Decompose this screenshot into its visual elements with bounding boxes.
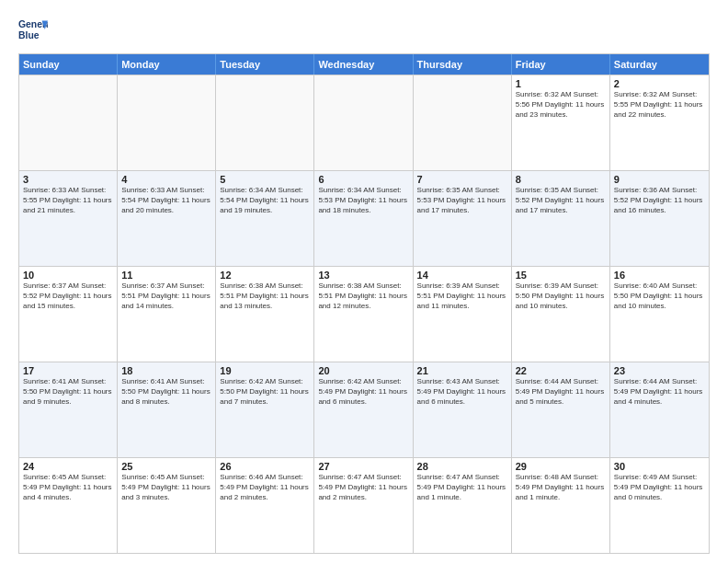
calendar-row: 3Sunrise: 6:33 AM Sunset: 5:55 PM Daylig…: [19, 170, 709, 266]
svg-text:Blue: Blue: [18, 30, 40, 40]
day-number: 10: [23, 270, 113, 281]
calendar-body: 1Sunrise: 6:32 AM Sunset: 5:56 PM Daylig…: [19, 75, 709, 553]
calendar-cell: 5Sunrise: 6:34 AM Sunset: 5:54 PM Daylig…: [216, 171, 314, 266]
calendar-cell: 24Sunrise: 6:45 AM Sunset: 5:49 PM Dayli…: [19, 458, 118, 553]
day-info: Sunrise: 6:42 AM Sunset: 5:50 PM Dayligh…: [220, 377, 310, 407]
day-info: Sunrise: 6:35 AM Sunset: 5:52 PM Dayligh…: [516, 186, 606, 215]
calendar-cell: [414, 75, 512, 170]
day-info: Sunrise: 6:41 AM Sunset: 5:50 PM Dayligh…: [121, 377, 211, 407]
calendar-cell: 15Sunrise: 6:39 AM Sunset: 5:50 PM Dayli…: [512, 267, 610, 362]
calendar-row: 1Sunrise: 6:32 AM Sunset: 5:56 PM Daylig…: [19, 75, 709, 170]
day-info: Sunrise: 6:45 AM Sunset: 5:49 PM Dayligh…: [23, 473, 113, 502]
calendar-header: SundayMondayTuesdayWednesdayThursdayFrid…: [19, 54, 709, 75]
day-number: 21: [417, 365, 507, 376]
day-number: 20: [318, 365, 408, 376]
day-info: Sunrise: 6:34 AM Sunset: 5:54 PM Dayligh…: [220, 186, 310, 215]
day-number: 18: [121, 365, 211, 376]
calendar-cell: 11Sunrise: 6:37 AM Sunset: 5:51 PM Dayli…: [118, 267, 216, 362]
day-number: 23: [614, 365, 705, 376]
calendar-cell: [19, 75, 118, 170]
calendar-cell: 13Sunrise: 6:38 AM Sunset: 5:51 PM Dayli…: [314, 267, 413, 362]
day-number: 24: [23, 461, 113, 472]
day-info: Sunrise: 6:33 AM Sunset: 5:54 PM Dayligh…: [121, 186, 211, 215]
calendar-row: 17Sunrise: 6:41 AM Sunset: 5:50 PM Dayli…: [19, 362, 709, 457]
day-number: 27: [318, 461, 408, 472]
day-number: 4: [121, 174, 211, 185]
calendar-cell: 21Sunrise: 6:43 AM Sunset: 5:49 PM Dayli…: [414, 362, 512, 457]
day-info: Sunrise: 6:43 AM Sunset: 5:49 PM Dayligh…: [417, 377, 507, 407]
day-number: 5: [220, 174, 310, 185]
day-number: 28: [417, 461, 507, 472]
header-day-saturday: Saturday: [610, 54, 709, 75]
day-number: 30: [614, 461, 705, 472]
calendar-cell: 2Sunrise: 6:32 AM Sunset: 5:55 PM Daylig…: [610, 75, 709, 170]
day-number: 1: [516, 78, 606, 89]
day-info: Sunrise: 6:32 AM Sunset: 5:55 PM Dayligh…: [614, 90, 705, 120]
calendar-cell: 6Sunrise: 6:34 AM Sunset: 5:53 PM Daylig…: [314, 171, 413, 266]
calendar-row: 24Sunrise: 6:45 AM Sunset: 5:49 PM Dayli…: [19, 457, 709, 553]
day-info: Sunrise: 6:44 AM Sunset: 5:49 PM Dayligh…: [614, 377, 705, 407]
header-day-thursday: Thursday: [414, 54, 512, 75]
day-number: 29: [516, 461, 606, 472]
calendar-cell: [314, 75, 413, 170]
header-day-tuesday: Tuesday: [216, 54, 314, 75]
calendar-cell: 18Sunrise: 6:41 AM Sunset: 5:50 PM Dayli…: [118, 362, 216, 457]
day-number: 2: [614, 78, 705, 89]
calendar-cell: 30Sunrise: 6:49 AM Sunset: 5:49 PM Dayli…: [610, 458, 709, 553]
calendar-cell: 1Sunrise: 6:32 AM Sunset: 5:56 PM Daylig…: [512, 75, 610, 170]
calendar-cell: 26Sunrise: 6:46 AM Sunset: 5:49 PM Dayli…: [216, 458, 314, 553]
calendar-cell: 22Sunrise: 6:44 AM Sunset: 5:49 PM Dayli…: [512, 362, 610, 457]
day-info: Sunrise: 6:34 AM Sunset: 5:53 PM Dayligh…: [318, 186, 408, 215]
day-info: Sunrise: 6:42 AM Sunset: 5:49 PM Dayligh…: [318, 377, 408, 407]
day-info: Sunrise: 6:45 AM Sunset: 5:49 PM Dayligh…: [121, 473, 211, 502]
calendar-cell: 16Sunrise: 6:40 AM Sunset: 5:50 PM Dayli…: [610, 267, 709, 362]
day-info: Sunrise: 6:39 AM Sunset: 5:51 PM Dayligh…: [417, 282, 507, 311]
day-info: Sunrise: 6:41 AM Sunset: 5:50 PM Dayligh…: [23, 377, 113, 407]
header-day-wednesday: Wednesday: [314, 54, 413, 75]
calendar-cell: 12Sunrise: 6:38 AM Sunset: 5:51 PM Dayli…: [216, 267, 314, 362]
calendar-row: 10Sunrise: 6:37 AM Sunset: 5:52 PM Dayli…: [19, 266, 709, 362]
calendar-cell: 14Sunrise: 6:39 AM Sunset: 5:51 PM Dayli…: [414, 267, 512, 362]
calendar-cell: 17Sunrise: 6:41 AM Sunset: 5:50 PM Dayli…: [19, 362, 118, 457]
day-number: 26: [220, 461, 310, 472]
logo: General Blue: [18, 15, 48, 44]
day-number: 6: [318, 174, 408, 185]
calendar-cell: 3Sunrise: 6:33 AM Sunset: 5:55 PM Daylig…: [19, 171, 118, 266]
calendar-cell: [216, 75, 314, 170]
day-info: Sunrise: 6:35 AM Sunset: 5:53 PM Dayligh…: [417, 186, 507, 215]
day-number: 15: [516, 270, 606, 281]
calendar-cell: 9Sunrise: 6:36 AM Sunset: 5:52 PM Daylig…: [610, 171, 709, 266]
header: General Blue: [18, 15, 710, 44]
day-number: 25: [121, 461, 211, 472]
calendar-cell: 19Sunrise: 6:42 AM Sunset: 5:50 PM Dayli…: [216, 362, 314, 457]
calendar-cell: 7Sunrise: 6:35 AM Sunset: 5:53 PM Daylig…: [414, 171, 512, 266]
day-number: 16: [614, 270, 705, 281]
header-day-friday: Friday: [512, 54, 610, 75]
calendar-cell: 10Sunrise: 6:37 AM Sunset: 5:52 PM Dayli…: [19, 267, 118, 362]
page: General Blue SundayMondayTuesdayWednesda…: [0, 0, 728, 563]
day-number: 11: [121, 270, 211, 281]
day-info: Sunrise: 6:48 AM Sunset: 5:49 PM Dayligh…: [516, 473, 606, 502]
day-info: Sunrise: 6:36 AM Sunset: 5:52 PM Dayligh…: [614, 186, 705, 215]
logo-icon: General Blue: [18, 15, 48, 44]
day-info: Sunrise: 6:32 AM Sunset: 5:56 PM Dayligh…: [516, 90, 606, 120]
calendar-cell: 29Sunrise: 6:48 AM Sunset: 5:49 PM Dayli…: [512, 458, 610, 553]
day-number: 22: [516, 365, 606, 376]
day-number: 19: [220, 365, 310, 376]
day-number: 12: [220, 270, 310, 281]
calendar-cell: 20Sunrise: 6:42 AM Sunset: 5:49 PM Dayli…: [314, 362, 413, 457]
day-info: Sunrise: 6:33 AM Sunset: 5:55 PM Dayligh…: [23, 186, 113, 215]
day-info: Sunrise: 6:47 AM Sunset: 5:49 PM Dayligh…: [318, 473, 408, 502]
day-info: Sunrise: 6:38 AM Sunset: 5:51 PM Dayligh…: [318, 282, 408, 311]
day-number: 13: [318, 270, 408, 281]
day-number: 9: [614, 174, 705, 185]
calendar-cell: 8Sunrise: 6:35 AM Sunset: 5:52 PM Daylig…: [512, 171, 610, 266]
calendar-cell: [118, 75, 216, 170]
day-info: Sunrise: 6:37 AM Sunset: 5:52 PM Dayligh…: [23, 282, 113, 311]
day-number: 8: [516, 174, 606, 185]
day-info: Sunrise: 6:44 AM Sunset: 5:49 PM Dayligh…: [516, 377, 606, 407]
day-info: Sunrise: 6:49 AM Sunset: 5:49 PM Dayligh…: [614, 473, 705, 502]
day-info: Sunrise: 6:39 AM Sunset: 5:50 PM Dayligh…: [516, 282, 606, 311]
day-number: 14: [417, 270, 507, 281]
day-number: 17: [23, 365, 113, 376]
